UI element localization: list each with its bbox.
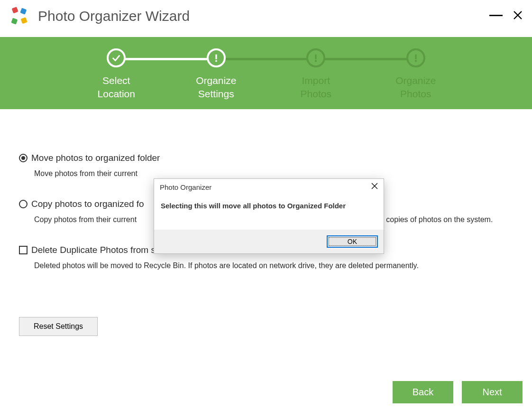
move-desc: Move photos from their current xyxy=(34,168,513,179)
svg-point-7 xyxy=(315,60,317,62)
app-logo-icon xyxy=(9,7,28,26)
dialog-ok-button[interactable]: OK xyxy=(327,235,378,248)
step-organize-settings: Organize Settings xyxy=(166,48,266,101)
exclaim-icon xyxy=(406,48,425,67)
window-controls: — xyxy=(489,10,523,22)
exclaim-icon xyxy=(306,48,325,67)
delete-dup-desc: Deleted photos will be moved to Recycle … xyxy=(34,260,513,271)
back-button[interactable]: Back xyxy=(393,381,453,403)
svg-point-9 xyxy=(415,60,417,62)
option-move: Move photos to organized folder Move pho… xyxy=(19,153,513,179)
app-title: Photo Organizer Wizard xyxy=(38,8,190,24)
svg-rect-6 xyxy=(315,55,317,59)
step-organize-photos: Organize Photos xyxy=(366,48,466,101)
step-import-photos: Import Photos xyxy=(266,48,366,101)
step-select-location: Select Location xyxy=(66,48,166,101)
close-icon xyxy=(371,183,378,189)
svg-rect-2 xyxy=(21,17,28,24)
close-icon xyxy=(513,10,523,20)
minimize-button[interactable]: — xyxy=(489,12,503,17)
svg-point-5 xyxy=(215,60,217,62)
delete-dup-checkbox[interactable] xyxy=(19,246,28,254)
wizard-stepper: Select Location Organize Settings Import… xyxy=(0,37,532,109)
reset-settings-button[interactable]: Reset Settings xyxy=(19,317,98,336)
svg-rect-4 xyxy=(215,55,217,59)
check-icon xyxy=(107,48,126,67)
exclaim-icon xyxy=(207,48,226,67)
copy-title: Copy photos to organized fo xyxy=(31,199,144,209)
next-button[interactable]: Next xyxy=(462,381,523,403)
close-button[interactable] xyxy=(513,10,523,22)
svg-rect-1 xyxy=(20,8,27,15)
svg-rect-0 xyxy=(12,7,18,13)
dialog-message: Selecting this will move all photos to O… xyxy=(154,193,384,230)
wizard-footer: Back Next xyxy=(393,381,523,403)
svg-rect-8 xyxy=(415,55,416,59)
move-title: Move photos to organized folder xyxy=(31,153,160,163)
move-radio[interactable] xyxy=(19,154,28,162)
dialog-close-button[interactable] xyxy=(371,183,378,191)
copy-radio[interactable] xyxy=(19,200,28,208)
svg-rect-3 xyxy=(11,18,18,25)
title-bar: Photo Organizer Wizard — xyxy=(0,0,532,37)
dialog-title: Photo Organizer xyxy=(160,183,211,191)
confirm-dialog: Photo Organizer Selecting this will move… xyxy=(154,178,384,254)
